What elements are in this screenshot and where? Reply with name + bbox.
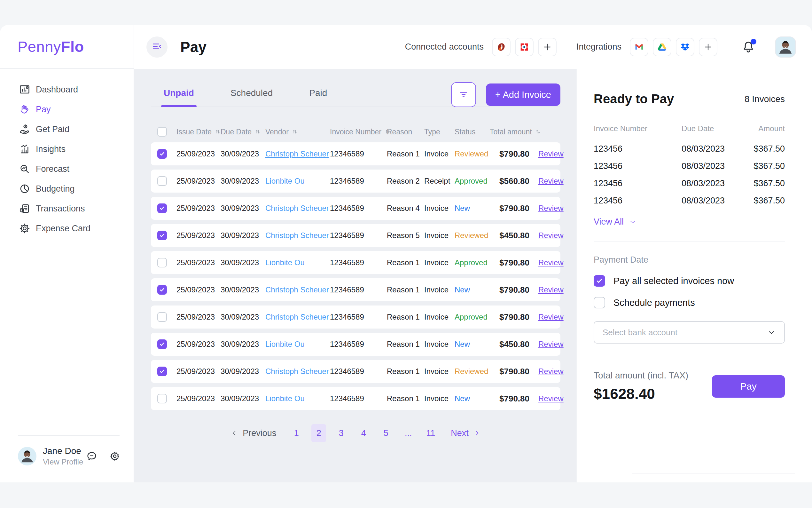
row-checkbox[interactable] <box>157 176 167 186</box>
view-all-link[interactable]: View All <box>594 217 785 227</box>
ready-to-pay-title: Ready to Pay <box>594 92 674 106</box>
user-avatar[interactable] <box>775 37 796 57</box>
pay-now-option[interactable]: Pay all selected invoices now <box>594 275 785 287</box>
sidebar-item-transactions[interactable]: Transactions <box>0 199 134 218</box>
profile-avatar[interactable] <box>18 447 37 465</box>
vendor-link[interactable]: Christoph Scheuer <box>265 312 330 322</box>
vendor-link[interactable]: Christoph Scheuer <box>265 204 330 213</box>
vendor-link[interactable]: Christoph Scheuer <box>265 231 330 240</box>
sort-icon[interactable] <box>291 128 298 135</box>
row-checkbox[interactable] <box>157 204 167 213</box>
column-header-invoice-number[interactable]: Invoice Number <box>330 128 387 136</box>
next-page-button[interactable]: Next <box>451 428 481 438</box>
view-profile-link[interactable]: View Profile <box>43 458 83 466</box>
page-button-1[interactable]: 1 <box>289 424 304 442</box>
pay-now-checkbox[interactable] <box>594 275 605 287</box>
sidebar-item-get-paid[interactable]: Get Paid <box>0 119 134 139</box>
filter-button[interactable] <box>451 82 476 107</box>
page-button-2[interactable]: 2 <box>312 424 326 442</box>
tab-paid[interactable]: Paid <box>309 83 327 107</box>
column-header-total-amount[interactable]: Total amount <box>490 128 538 136</box>
account-icici-bank[interactable] <box>492 38 511 56</box>
vendor-link[interactable]: Lionbite Ou <box>265 340 330 349</box>
sort-icon[interactable] <box>254 128 261 135</box>
review-link[interactable]: Review <box>538 150 568 158</box>
vendor-link[interactable]: Christoph Scheuer <box>265 285 330 294</box>
review-link[interactable]: Review <box>538 312 568 322</box>
account-hdfc-bank[interactable] <box>515 38 533 56</box>
select-all-checkbox[interactable] <box>157 127 167 137</box>
notifications-bell-button[interactable] <box>741 39 756 55</box>
row-checkbox[interactable] <box>157 312 167 322</box>
sidebar-item-pay[interactable]: Pay <box>0 99 134 119</box>
total-amount: $790.80 <box>490 204 538 213</box>
integration-dropbox[interactable] <box>676 38 695 56</box>
sidebar-item-forecast[interactable]: Forecast <box>0 159 134 179</box>
settings-gear-icon[interactable] <box>109 450 121 462</box>
column-header-due-date[interactable]: Due Date <box>221 128 265 136</box>
sidebar-item-budgeting[interactable]: Budgeting <box>0 179 134 199</box>
chat-icon[interactable] <box>86 450 98 462</box>
tab-scheduled[interactable]: Scheduled <box>231 83 273 107</box>
add-integration-button[interactable] <box>699 38 717 56</box>
integration-gmail[interactable] <box>630 38 648 56</box>
page-button-4[interactable]: 4 <box>356 424 371 442</box>
ready-column-invoice-number: Invoice Number <box>594 124 681 133</box>
page-button-11[interactable]: 11 <box>423 424 438 442</box>
invoice-row: 25/09/202330/09/2023Lionbite Ou12346589R… <box>151 387 560 410</box>
column-header-vendor[interactable]: Vendor <box>265 128 330 136</box>
sidebar-profile: Jane Doe View Profile <box>0 435 134 482</box>
row-checkbox[interactable] <box>157 285 167 295</box>
row-checkbox[interactable] <box>157 149 167 159</box>
previous-page-button[interactable]: Previous <box>231 428 276 438</box>
main-content: UnpaidScheduledPaid + Add Invoice Issue … <box>134 69 576 482</box>
schedule-checkbox[interactable] <box>594 297 605 308</box>
vendor-link[interactable]: Christoph Scheuer <box>265 367 330 376</box>
bank-account-select[interactable]: Select bank account <box>594 321 785 344</box>
row-checkbox[interactable] <box>157 339 167 349</box>
review-link[interactable]: Review <box>538 394 568 403</box>
chevron-right-icon <box>473 429 481 437</box>
chevron-down-icon <box>629 218 636 226</box>
sidebar-item-expense-card[interactable]: Expense Card <box>0 218 134 238</box>
vendor-link[interactable]: Lionbite Ou <box>265 177 330 185</box>
review-link[interactable]: Review <box>538 340 568 349</box>
vendor-link[interactable]: Lionbite Ou <box>265 258 330 267</box>
review-link[interactable]: Review <box>538 367 568 376</box>
vendor-link[interactable]: Lionbite Ou <box>265 394 330 403</box>
integration-google-drive[interactable] <box>653 38 671 56</box>
vendor-link[interactable]: Christoph Scheuer <box>265 150 330 158</box>
type: Receipt <box>424 177 455 185</box>
row-checkbox[interactable] <box>157 230 167 240</box>
schedule-option[interactable]: Schedule payments <box>594 297 785 308</box>
review-link[interactable]: Review <box>538 204 568 213</box>
total-amount: $790.80 <box>490 285 538 295</box>
sort-icon[interactable] <box>214 128 221 135</box>
add-invoice-button[interactable]: + Add Invoice <box>486 84 560 106</box>
filter-icon <box>458 89 469 101</box>
page-button-5[interactable]: 5 <box>379 424 393 442</box>
invoice-row: 25/09/202330/09/2023Christoph Scheuer123… <box>151 197 560 220</box>
ready-to-pay-panel: Ready to Pay 8 Invoices Invoice NumberDu… <box>576 69 812 482</box>
column-header-issue-date[interactable]: Issue Date <box>177 128 221 136</box>
brand-logo[interactable]: PennyFlo <box>17 38 84 55</box>
add-account-button[interactable] <box>538 38 557 56</box>
page-button-3[interactable]: 3 <box>334 424 348 442</box>
icici-bank-icon <box>496 42 507 52</box>
ready-table-body: 12345608/03/2023$367.5012345608/03/2023$… <box>594 140 785 209</box>
tab-unpaid[interactable]: Unpaid <box>164 83 194 107</box>
sidebar-item-insights[interactable]: Insights <box>0 139 134 159</box>
row-checkbox[interactable] <box>157 258 167 267</box>
sidebar-item-dashboard[interactable]: Dashboard <box>0 80 134 99</box>
review-link[interactable]: Review <box>538 285 568 294</box>
review-link[interactable]: Review <box>538 177 568 185</box>
row-checkbox[interactable] <box>157 367 167 376</box>
collapse-menu-button[interactable] <box>146 37 168 57</box>
sort-icon[interactable] <box>534 128 541 135</box>
review-link[interactable]: Review <box>538 231 568 240</box>
pay-button[interactable]: Pay <box>712 375 785 398</box>
status-badge: Approved <box>455 312 490 322</box>
row-checkbox[interactable] <box>157 394 167 404</box>
review-link[interactable]: Review <box>538 258 568 267</box>
status-badge: Reviewed <box>455 367 490 376</box>
